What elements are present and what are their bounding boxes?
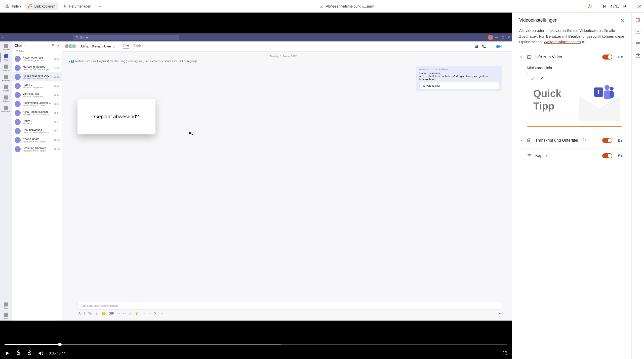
thumbnail-accept-button[interactable]	[530, 76, 535, 81]
chevron-down-icon	[519, 55, 523, 59]
rail-video-button[interactable]	[635, 29, 641, 35]
video-info-icon	[527, 55, 532, 60]
video-canvas[interactable]: ‹ › Suche ⋯ —▢✕ AktivitätChatTeamsKalend…	[0, 13, 512, 341]
learn-more-link[interactable]: Weitere Informationen	[544, 40, 585, 44]
chapters-icon	[527, 153, 532, 158]
svg-text:10: 10	[17, 353, 19, 355]
toggle-state: Ein	[618, 55, 624, 59]
rail-settings-button[interactable]	[635, 17, 641, 23]
svg-point-17	[638, 20, 639, 21]
toggle-state: Ein	[618, 153, 624, 158]
setting-about-video[interactable]: Info zum Video Ein	[519, 52, 624, 62]
thumbnail-label: Miniaturansicht	[527, 66, 624, 70]
info-warning-icon[interactable]	[587, 4, 592, 9]
setting-transcript[interactable]: Transkript und Untertitel i Ein	[519, 132, 624, 149]
more-actions-button[interactable]	[95, 3, 106, 10]
separator	[597, 4, 597, 9]
top-toolbar: Teilen Link kopieren Herunterladen Abwes…	[0, 0, 644, 13]
svg-point-10	[610, 87, 614, 90]
main: ‹ › Suche ⋯ —▢✕ AktivitätChatTeamsKalend…	[0, 13, 644, 359]
svg-point-16	[636, 18, 637, 19]
svg-point-9	[605, 85, 610, 90]
transcript-label: Transkript und Untertitel	[535, 138, 578, 143]
svg-text:10: 10	[28, 353, 30, 355]
thumbnail-text: Quick Tipp	[533, 87, 561, 112]
transcript-icon	[527, 138, 532, 143]
teams-logo-icon: T	[593, 84, 614, 102]
right-rail	[631, 13, 644, 359]
seek-bar[interactable]	[5, 344, 507, 345]
thumbnail-cancel-button[interactable]	[540, 76, 544, 81]
about-video-label: Info zum Video	[535, 55, 562, 59]
file-name: Abwesenheitsmeldung i....mp4	[326, 4, 374, 8]
setting-chapters[interactable]: Kapitel Ein	[519, 151, 624, 164]
share-icon	[5, 4, 10, 9]
info-icon[interactable]: i	[582, 138, 586, 142]
copy-link-button[interactable]: Link kopieren	[25, 3, 58, 10]
about-video-toggle[interactable]	[602, 55, 612, 60]
playback-bar: 10 10 0:05 / 0:44	[0, 341, 512, 359]
playback-time: 0:05 / 0:44	[49, 351, 65, 355]
chapters-toggle[interactable]	[602, 153, 612, 158]
toggle-state: Ein	[618, 138, 624, 142]
svg-text:T: T	[597, 88, 601, 95]
rewind-10-button[interactable]: 10	[16, 350, 21, 356]
separator	[632, 4, 632, 9]
download-icon	[62, 4, 67, 9]
share-button[interactable]: Teilen	[2, 3, 24, 10]
svg-point-5	[76, 36, 77, 38]
settings-close-button[interactable]	[620, 18, 624, 22]
fullscreen-button[interactable]	[502, 350, 507, 356]
download-button[interactable]: Herunterladen	[59, 3, 94, 10]
file-title: Abwesenheitsmeldung i....mp4	[319, 4, 374, 9]
svg-point-0	[99, 6, 99, 6]
prev-item-button[interactable]	[602, 4, 607, 9]
close-button[interactable]	[637, 4, 642, 9]
rail-chapters-button[interactable]	[635, 41, 641, 47]
next-item-button[interactable]	[623, 4, 627, 9]
svg-rect-12	[610, 91, 614, 98]
settings-title: Videoeinstellungen	[519, 18, 557, 23]
video-frame-content: ‹ › Suche ⋯ —▢✕ AktivitätChatTeamsKalend…	[0, 33, 512, 321]
page-indicator: 4 / 31	[610, 4, 619, 8]
svg-point-18	[637, 21, 638, 22]
volume-button[interactable]	[38, 350, 43, 356]
video-area: ‹ › Suche ⋯ —▢✕ AktivitätChatTeamsKalend…	[0, 13, 512, 359]
settings-description: Aktivieren oder deaktivieren Sie die Vid…	[519, 28, 624, 45]
video-file-icon	[319, 4, 324, 9]
chevron-right-icon	[519, 138, 523, 142]
seek-knob[interactable]	[58, 343, 62, 346]
rail-help-button[interactable]	[635, 53, 641, 59]
thumbnail-preview: Quick Tipp T	[527, 73, 622, 127]
forward-10-button[interactable]: 10	[27, 350, 32, 356]
more-horizontal-icon	[98, 4, 103, 9]
download-label: Herunterladen	[69, 4, 91, 8]
svg-point-2	[102, 6, 102, 6]
chapters-label: Kapitel	[535, 153, 548, 158]
link-icon	[28, 4, 32, 9]
thumbnail-section: Miniaturansicht Quick Tipp	[519, 66, 624, 127]
play-button[interactable]	[5, 350, 10, 356]
transcript-toggle[interactable]	[602, 138, 612, 143]
svg-point-1	[100, 6, 101, 6]
share-label: Teilen	[12, 4, 21, 8]
video-settings-panel: Videoeinstellungen Aktivieren oder deakt…	[512, 13, 631, 359]
copy-link-label: Link kopieren	[34, 4, 55, 8]
